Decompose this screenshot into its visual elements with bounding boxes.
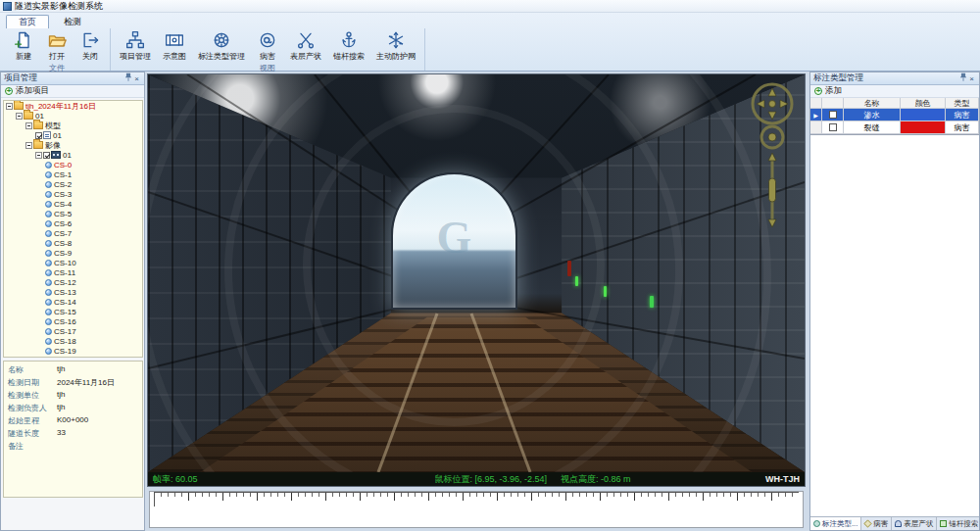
tree-item[interactable]: CS-12 xyxy=(4,277,142,287)
name-column-header[interactable]: 名称 xyxy=(844,98,901,108)
tree-item[interactable]: CS-14 xyxy=(4,297,142,307)
tunnel-viewport[interactable]: G 帧率: 60.05 鼠标位置: [6.95, -3.96, -2.54] 视… xyxy=(147,73,806,487)
surface-attitude-button[interactable]: 表层产状 xyxy=(285,29,326,63)
navigation-compass[interactable] xyxy=(750,80,795,229)
pin-icon[interactable] xyxy=(958,72,967,84)
expand-toggle-icon[interactable] xyxy=(25,122,32,129)
tree-item-label: CS-16 xyxy=(54,317,76,326)
tree-item[interactable]: CS-10 xyxy=(4,258,142,267)
pin-icon[interactable] xyxy=(123,72,132,84)
tree-item[interactable]: CS-16 xyxy=(4,316,142,326)
visibility-cell xyxy=(822,121,844,133)
panorama-sphere-icon xyxy=(45,289,52,296)
tree-item[interactable]: 影像 xyxy=(4,140,142,150)
tree-item[interactable]: CS-3 xyxy=(4,189,142,199)
tunnel-scene[interactable]: G xyxy=(148,74,805,472)
annotation-panel-tab[interactable]: 表层产状 xyxy=(892,517,937,530)
expand-toggle-icon[interactable] xyxy=(6,103,13,110)
panorama-sphere-icon xyxy=(45,181,52,188)
tree-item[interactable]: CS-9 xyxy=(4,248,142,258)
tree-item[interactable]: CS-18 xyxy=(4,336,142,346)
tree-item[interactable]: CS-4 xyxy=(4,199,142,209)
open-button[interactable]: 打开 xyxy=(41,29,73,63)
ribbon-tabs: 首页检测 xyxy=(0,13,980,28)
active-net-button[interactable]: 主动防护网 xyxy=(371,29,420,63)
info-value: tjh xyxy=(57,403,65,415)
tree-item[interactable]: 01 xyxy=(4,130,142,140)
annotation-type-row[interactable]: 渗水 病害 xyxy=(810,109,979,121)
tree-item-label: CS-6 xyxy=(54,219,72,228)
add-project-button[interactable]: + 添加项目 xyxy=(1,85,144,98)
tab-label: 标注类型... xyxy=(822,519,858,529)
panorama-sphere-icon xyxy=(45,191,52,198)
project-management-button[interactable]: 项目管理 xyxy=(115,29,156,63)
tree-item[interactable]: CS-8 xyxy=(4,238,142,248)
anchor-search-button[interactable]: 锚杆搜索 xyxy=(328,29,369,63)
tree-item[interactable]: CS-17 xyxy=(4,326,142,336)
info-label: 起始里程 xyxy=(8,415,57,428)
annotation-panel-tab[interactable]: 锚杆搜索 xyxy=(937,517,979,530)
tree-item[interactable]: CS-13 xyxy=(4,287,142,297)
annotation-panel-tab[interactable]: 病害 xyxy=(861,517,892,530)
tree-item[interactable]: CS-19 xyxy=(4,346,142,356)
visibility-checkbox[interactable] xyxy=(829,111,837,119)
info-label: 检测负责人 xyxy=(8,403,57,415)
folder-icon xyxy=(33,141,43,149)
expand-toggle-icon[interactable] xyxy=(35,152,42,159)
tree-item[interactable]: CS-2 xyxy=(4,179,142,189)
close-icon[interactable]: × xyxy=(132,74,141,83)
tree-item[interactable]: 模型 xyxy=(4,121,142,130)
annotation-panel-tab[interactable]: 标注类型... xyxy=(810,517,861,530)
type-column-header[interactable]: 类型 xyxy=(946,98,979,108)
tree-item[interactable]: CS-11 xyxy=(4,267,142,277)
title-bar: 隧道实景影像检测系统 xyxy=(0,0,980,13)
info-row: 检测日期 2024年11月16日 xyxy=(8,377,142,390)
annotation-type-panel: 标注类型管理 × + 添加 名称 颜色 类型 渗水 病害 xyxy=(809,72,980,531)
tree-item-label: CS-10 xyxy=(54,259,76,267)
type-category-cell: 病害 xyxy=(946,121,979,133)
green-marker-2 xyxy=(604,286,607,297)
net-snowflake-icon xyxy=(386,30,406,50)
panorama-sphere-icon xyxy=(45,338,52,345)
mileage-ruler-panel[interactable] xyxy=(149,491,804,528)
video-file-icon xyxy=(51,151,61,159)
tree-item[interactable]: CS-1 xyxy=(4,169,142,179)
tree-item[interactable]: CS-5 xyxy=(4,209,142,218)
green-marker-3 xyxy=(650,296,654,308)
fps-readout: 帧率: 60.05 xyxy=(153,473,300,486)
annotation-type-button[interactable]: 标注类型管理 xyxy=(193,29,250,63)
tree-item-label: CS-9 xyxy=(54,249,72,258)
new-button[interactable]: 新建 xyxy=(8,29,39,63)
tree-item[interactable]: CS-7 xyxy=(4,228,142,238)
annotation-type-row[interactable]: 裂缝 病害 xyxy=(810,121,979,134)
expand-toggle-icon[interactable] xyxy=(25,142,32,149)
tree-item[interactable]: 01 xyxy=(4,150,142,160)
color-cell[interactable] xyxy=(901,121,946,133)
tree-checkbox[interactable] xyxy=(35,132,42,139)
tree-checkbox[interactable] xyxy=(43,152,50,159)
color-cell[interactable] xyxy=(901,109,946,121)
tree-item[interactable]: CS-15 xyxy=(4,307,142,316)
defect-button[interactable]: 病害 xyxy=(252,29,283,63)
red-wall-marker xyxy=(567,261,571,276)
close-icon[interactable]: × xyxy=(967,74,976,83)
schematic-button[interactable]: 示意图 xyxy=(158,29,191,63)
info-label: 检测单位 xyxy=(8,390,57,403)
info-row: 检测单位 tjh xyxy=(8,390,142,403)
add-annotation-type-button[interactable]: + 添加 xyxy=(810,85,979,98)
folder-icon xyxy=(14,102,24,110)
type-category-cell: 病害 xyxy=(946,109,979,121)
ribbon-tab[interactable]: 检测 xyxy=(51,15,94,28)
ribbon-tab[interactable]: 首页 xyxy=(6,15,49,28)
tree-item-label: CS-14 xyxy=(54,298,76,307)
panorama-sphere-icon xyxy=(45,299,52,306)
panorama-sphere-icon xyxy=(45,348,52,355)
color-column-header[interactable]: 颜色 xyxy=(901,98,946,108)
tree-item[interactable]: CS-0 xyxy=(4,160,142,169)
tree-item[interactable]: CS-6 xyxy=(4,218,142,228)
expand-toggle-icon[interactable] xyxy=(16,113,23,120)
tree-item[interactable]: 01 xyxy=(4,111,142,121)
close-button[interactable]: 关闭 xyxy=(74,29,106,63)
project-panel-header: 项目管理 × xyxy=(1,72,144,85)
visibility-checkbox[interactable] xyxy=(829,123,837,131)
